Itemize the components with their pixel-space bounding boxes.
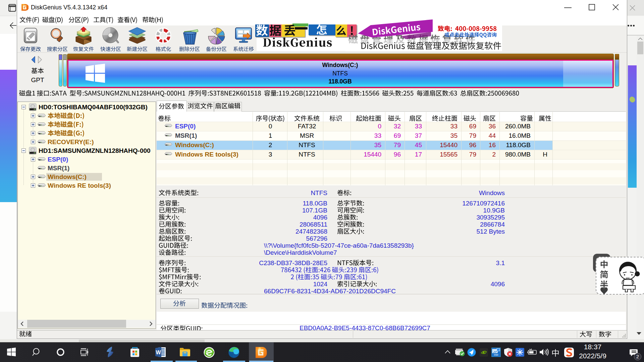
svg-text:intel: intel: [494, 354, 498, 356]
svg-text:W: W: [156, 350, 161, 355]
